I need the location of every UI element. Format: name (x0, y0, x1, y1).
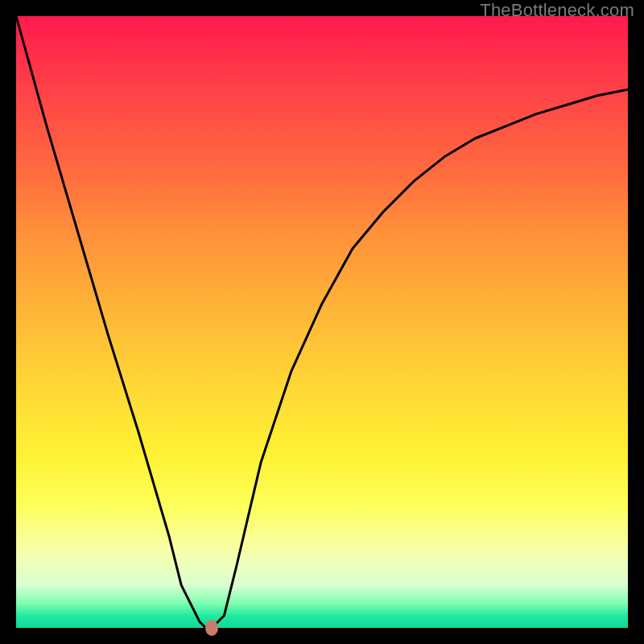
optimal-point-marker (205, 620, 218, 636)
chart-frame: TheBottleneck.com (0, 0, 644, 644)
bottleneck-curve (16, 16, 628, 628)
plot-area (16, 16, 628, 628)
watermark-text: TheBottleneck.com (480, 0, 634, 21)
